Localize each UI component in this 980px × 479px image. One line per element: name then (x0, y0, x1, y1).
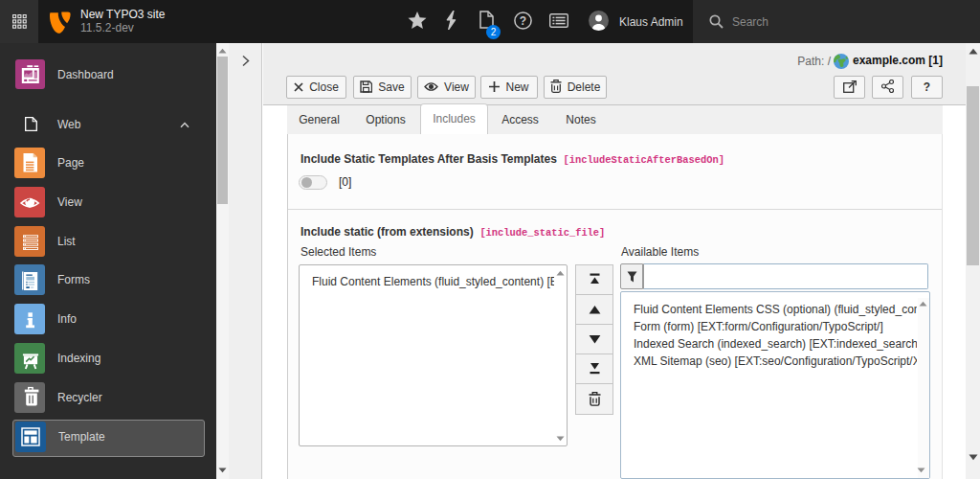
svg-text:?: ? (520, 14, 526, 28)
